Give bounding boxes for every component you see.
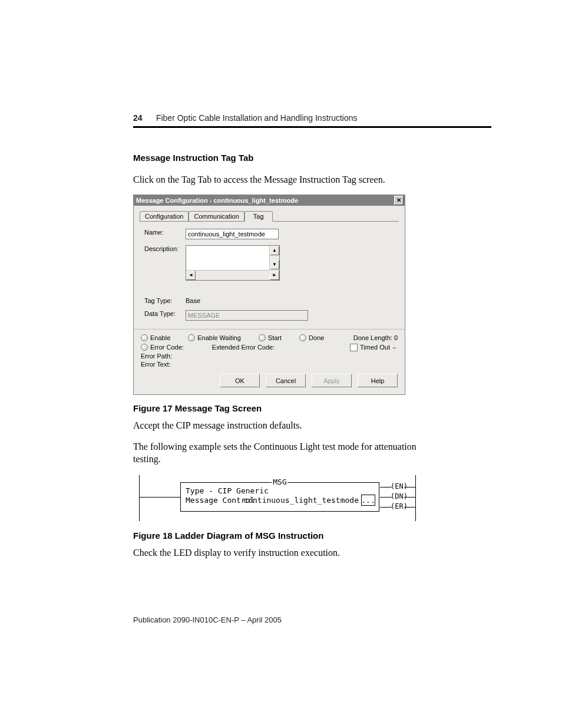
ok-button[interactable]: OK — [220, 374, 260, 387]
status-dot-icon — [259, 334, 266, 341]
close-icon[interactable]: ✕ — [394, 196, 404, 205]
description-label: Description: — [144, 245, 186, 252]
tab-tag[interactable]: Tag — [244, 211, 273, 222]
msg-box-label: MSG — [272, 477, 287, 486]
msg-browse-button[interactable]: ... — [361, 495, 375, 506]
status-start: Start — [259, 334, 282, 341]
msg-type-line: Type - CIP Generic — [186, 486, 269, 495]
error-text: Error Text: — [141, 361, 398, 368]
error-path: Error Path: — [141, 353, 398, 360]
figure17-text1: Accept the CIP message instruction defau… — [133, 419, 431, 432]
status-dot-icon — [141, 344, 148, 351]
name-field[interactable]: continuous_light_testmode — [186, 229, 279, 239]
msg-tag: continuous_light_testmode — [243, 496, 359, 505]
extended-error-code: Extended Error Code: — [212, 344, 275, 352]
scroll-down-icon[interactable]: ▼ — [270, 260, 279, 269]
scroll-right-icon[interactable]: ► — [270, 271, 279, 280]
section-heading: Message Instruction Tag Tab — [133, 153, 431, 163]
cancel-button[interactable]: Cancel — [266, 374, 306, 387]
figure17-caption: Figure 17 Message Tag Screen — [133, 403, 431, 413]
help-button[interactable]: Help — [358, 374, 398, 387]
done-length: Done Length: 0 — [353, 334, 398, 341]
status-enable: Enable — [141, 334, 170, 341]
figure18-text: Check the LED display to verify instruct… — [133, 546, 431, 559]
timed-out-checkbox[interactable] — [350, 344, 358, 351]
bit-dn: (DN) — [391, 492, 408, 500]
apply-button: Apply — [312, 374, 352, 387]
section-intro: Click on the Tag Tab to access the Messa… — [133, 173, 431, 186]
message-config-dialog: Message Configuration - continuous_light… — [133, 195, 405, 396]
status-dot-icon — [141, 334, 148, 341]
scroll-up-icon[interactable]: ▲ — [270, 246, 279, 255]
bit-en: (EN) — [391, 482, 408, 490]
figure18-caption: Figure 18 Ladder Diagram of MSG Instruct… — [133, 531, 431, 541]
scroll-left-icon[interactable]: ◄ — [186, 271, 196, 280]
tab-communication[interactable]: Communication — [189, 211, 244, 221]
status-error-code: Error Code: — [141, 344, 184, 352]
arrow-left-icon: ← — [392, 344, 398, 351]
figure17-text2: The following example sets the Continuou… — [133, 440, 431, 466]
ladder-diagram: MSG Type - CIP Generic Message Control c… — [133, 474, 422, 522]
publication-footer: Publication 2090-IN010C-EN-P – April 200… — [133, 615, 282, 624]
tab-configuration[interactable]: Configuration — [140, 211, 189, 221]
page-number: 24 — [133, 113, 143, 123]
data-type-field: MESSAGE — [186, 310, 308, 321]
document-title: Fiber Optic Cable Installation and Handl… — [156, 113, 358, 123]
tag-type-label: Tag Type: — [144, 297, 186, 304]
description-field[interactable]: ▲ ▼ ◄ ► — [186, 245, 280, 281]
status-dot-icon — [188, 334, 195, 341]
bit-er: (ER) — [391, 502, 408, 510]
status-dot-icon — [299, 334, 306, 341]
status-done: Done — [299, 334, 324, 341]
status-enable-waiting: Enable Waiting — [188, 334, 241, 341]
data-type-label: Data Type: — [144, 310, 186, 317]
dialog-title: Message Configuration - continuous_light… — [136, 197, 298, 204]
dialog-titlebar[interactable]: Message Configuration - continuous_light… — [134, 195, 405, 206]
timed-out: Timed Out← — [350, 344, 398, 352]
tag-type-value: Base — [186, 297, 200, 304]
name-label: Name: — [144, 229, 186, 236]
msg-instruction-box: MSG Type - CIP Generic Message Control c… — [180, 482, 379, 512]
page-header: 24 Fiber Optic Cable Installation and Ha… — [133, 113, 491, 126]
